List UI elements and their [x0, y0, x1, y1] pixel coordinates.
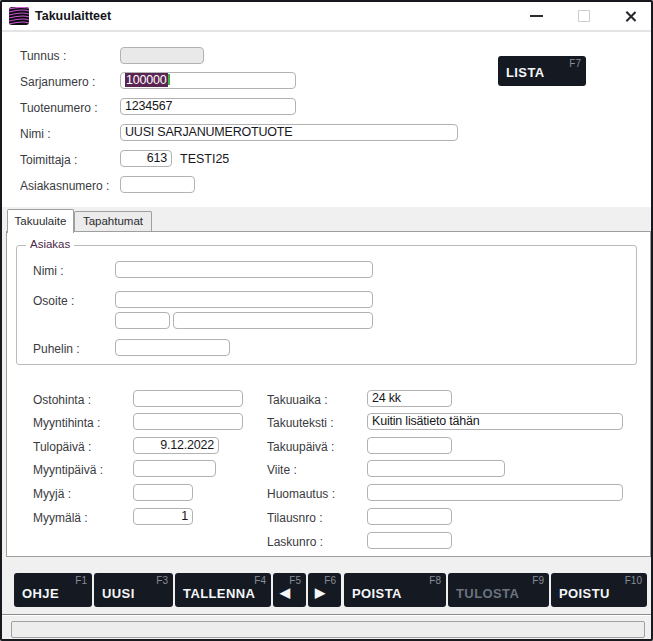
poistu-button-label: POISTU: [559, 586, 610, 601]
previous-fkey-label: F5: [289, 575, 301, 586]
myyntihinta-label: Myyntihinta :: [33, 416, 100, 430]
huomautus-label: Huomautus :: [267, 487, 335, 501]
sarjanumero-label: Sarjanumero :: [20, 75, 95, 89]
uusi-button[interactable]: UUSI F3: [94, 573, 173, 607]
uusi-button-label: UUSI: [102, 586, 135, 601]
myymala-input[interactable]: 1: [133, 508, 193, 525]
toimittaja-input[interactable]: 613: [120, 150, 172, 167]
myyntihinta-input[interactable]: [133, 413, 243, 430]
tulopaiva-label: Tulopäivä :: [33, 440, 91, 454]
tulosta-button[interactable]: TULOSTA F9: [448, 573, 549, 607]
nimi-label: Nimi :: [20, 127, 51, 141]
lista-fkey-label: F7: [569, 58, 581, 69]
toimittaja-label: Toimittaja :: [20, 153, 77, 167]
tab-tapahtumat[interactable]: Tapahtumat: [74, 211, 152, 232]
asiakas-osoite-label: Osoite :: [33, 294, 74, 308]
close-icon: [624, 10, 637, 23]
asiakas-postinumero-input[interactable]: [115, 312, 170, 329]
asiakas-puhelin-input[interactable]: [115, 339, 230, 356]
ostohinta-input[interactable]: [133, 390, 243, 407]
takuulaitteet-window: Takuulaitteet Tunnus : Sarjanumero : 100…: [0, 0, 653, 641]
takuuaika-label: Takuuaika :: [267, 393, 328, 407]
takuupaiva-label: Takuupäivä :: [267, 440, 334, 454]
poistu-fkey-label: F10: [625, 575, 642, 586]
app-logo-icon: [9, 7, 29, 25]
titlebar: Takuulaitteet: [2, 2, 651, 32]
minimize-icon: [530, 15, 543, 17]
tulosta-fkey-label: F9: [532, 575, 544, 586]
myymala-label: Myymälä :: [33, 511, 88, 525]
poista-button-label: POISTA: [352, 586, 402, 601]
asiakas-nimi-input[interactable]: [115, 261, 373, 278]
tulopaiva-input[interactable]: 9.12.2022: [133, 437, 219, 454]
ohje-button-label: OHJE: [22, 586, 59, 601]
takuuteksti-input[interactable]: Kuitin lisätieto tähän: [367, 413, 623, 430]
myyntipaiva-label: Myyntipäivä :: [33, 463, 103, 477]
poistu-button[interactable]: POISTU F10: [551, 573, 647, 607]
tunnus-label: Tunnus :: [20, 49, 66, 63]
tunnus-input: [120, 47, 204, 64]
takuupaiva-input[interactable]: [367, 437, 452, 454]
minimize-button[interactable]: [517, 2, 555, 30]
huomautus-input[interactable]: [367, 484, 623, 501]
laskunro-label: Laskunro :: [267, 535, 323, 549]
nimi-input[interactable]: UUSI SARJANUMEROTUOTE: [120, 124, 458, 141]
ostohinta-label: Ostohinta :: [33, 393, 91, 407]
window-title: Takuulaitteet: [35, 9, 111, 23]
asiakasnumero-label: Asiakasnumero :: [20, 179, 109, 193]
close-button[interactable]: [611, 2, 649, 30]
toimittaja-name-text: TESTI25: [180, 152, 229, 166]
ohje-fkey-label: F1: [75, 575, 87, 586]
asiakas-puhelin-label: Puhelin :: [33, 342, 80, 356]
sarjanumero-input[interactable]: 100000: [120, 72, 296, 89]
previous-record-button[interactable]: ◀ F5: [273, 573, 306, 607]
maximize-button[interactable]: [565, 2, 603, 30]
next-arrow-icon: ▶: [315, 585, 325, 600]
statusbar-divider: [2, 614, 651, 616]
asiakas-toimipaikka-input[interactable]: [173, 312, 373, 329]
text-caret: [168, 74, 170, 85]
asiakas-group-title: Asiakas: [26, 238, 74, 250]
viite-label: Viite :: [267, 463, 297, 477]
uusi-fkey-label: F3: [156, 575, 168, 586]
next-fkey-label: F6: [324, 575, 336, 586]
takuuteksti-label: Takuuteksti :: [267, 416, 334, 430]
asiakas-nimi-label: Nimi :: [33, 264, 64, 278]
maximize-icon: [578, 10, 590, 22]
takuuaika-input[interactable]: 24 kk: [367, 390, 452, 407]
myyja-input[interactable]: [133, 484, 193, 501]
tab-takuulaite[interactable]: Takuulaite: [7, 209, 74, 233]
asiakas-osoite-input[interactable]: [115, 291, 373, 308]
tilausnro-input[interactable]: [367, 508, 452, 525]
lista-button-label: LISTA: [506, 65, 545, 80]
tilausnro-label: Tilausnro :: [267, 511, 323, 525]
tuotenumero-input[interactable]: 1234567: [120, 98, 296, 115]
tallenna-button[interactable]: TALLENNA F4: [175, 573, 271, 607]
tuotenumero-label: Tuotenumero :: [20, 101, 98, 115]
ohje-button[interactable]: OHJE F1: [14, 573, 92, 607]
tulosta-button-label: TULOSTA: [456, 586, 519, 601]
selected-text: 100000: [125, 73, 168, 87]
viite-input[interactable]: [367, 460, 505, 477]
tallenna-fkey-label: F4: [254, 575, 266, 586]
myyntipaiva-input[interactable]: [133, 460, 216, 477]
poista-button[interactable]: POISTA F8: [344, 573, 446, 607]
asiakasnumero-input[interactable]: [120, 176, 195, 193]
tallenna-button-label: TALLENNA: [183, 586, 255, 601]
laskunro-input[interactable]: [367, 532, 452, 549]
next-record-button[interactable]: ▶ F6: [308, 573, 341, 607]
poista-fkey-label: F8: [429, 575, 441, 586]
previous-arrow-icon: ◀: [280, 585, 290, 600]
lista-button[interactable]: LISTA F7: [498, 56, 586, 86]
statusbar-field: [11, 621, 645, 638]
myyja-label: Myyjä :: [33, 487, 71, 501]
